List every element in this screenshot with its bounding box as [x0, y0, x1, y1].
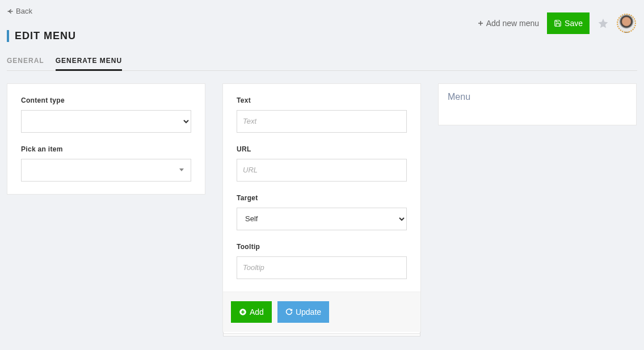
save-icon [554, 19, 562, 27]
chevron-down-icon [179, 168, 184, 171]
url-input[interactable] [237, 159, 407, 182]
add-button[interactable]: Add [231, 301, 272, 323]
tooltip-input[interactable] [237, 256, 407, 279]
text-input[interactable] [237, 110, 407, 133]
tab-generate-menu[interactable]: GENERATE MENU [56, 52, 122, 71]
pick-item-label: Pick an item [21, 145, 191, 153]
plus-icon [477, 20, 484, 27]
item-form-card: Text URL Target Self Tooltip Add [222, 83, 421, 332]
top-right-controls: Add new menu Save [477, 12, 636, 34]
favorite-button[interactable] [597, 18, 609, 29]
target-select[interactable]: Self [237, 208, 407, 230]
pick-item-select[interactable] [21, 159, 191, 182]
tabs: GENERAL GENERATE MENU [7, 52, 637, 71]
add-new-menu-link[interactable]: Add new menu [477, 19, 539, 28]
add-new-label: Add new menu [486, 19, 539, 28]
update-button[interactable]: Update [277, 301, 329, 323]
menu-preview-title: Menu [448, 92, 627, 102]
target-label: Target [237, 194, 407, 202]
update-button-label: Update [296, 307, 321, 317]
add-button-label: Add [250, 307, 264, 317]
arrow-left-icon [7, 8, 14, 15]
form-action-bar: Add Update [223, 292, 420, 332]
tooltip-label: Tooltip [237, 243, 407, 251]
star-icon [597, 18, 609, 29]
content-type-select[interactable] [21, 110, 191, 133]
user-avatar[interactable] [617, 14, 636, 33]
save-button[interactable]: Save [547, 12, 590, 34]
plus-circle-icon [239, 308, 247, 316]
content-type-card: Content type Pick an item [7, 83, 205, 195]
url-label: URL [237, 145, 407, 153]
tab-general[interactable]: GENERAL [7, 52, 44, 71]
back-link[interactable]: Back [7, 7, 32, 15]
content-type-label: Content type [21, 96, 191, 104]
refresh-icon [285, 308, 293, 315]
text-label: Text [237, 96, 407, 104]
save-label: Save [565, 19, 583, 28]
menu-preview-card: Menu [438, 83, 637, 125]
back-label: Back [16, 7, 32, 15]
